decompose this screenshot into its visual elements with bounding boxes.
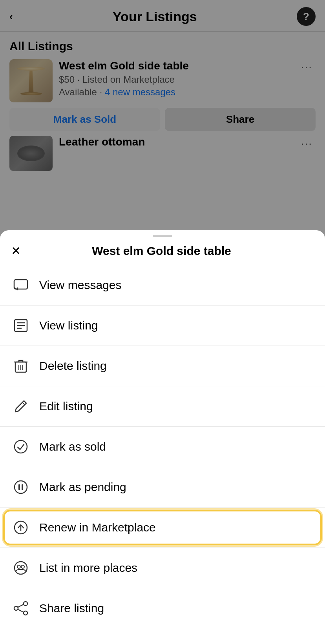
menu-label-list-more-places: List in more places <box>39 561 137 575</box>
sheet-handle <box>153 235 172 237</box>
menu-item-share-listing[interactable]: Share listing <box>0 588 325 628</box>
share-icon <box>11 599 31 618</box>
svg-point-17 <box>15 562 27 574</box>
svg-rect-0 <box>14 280 27 289</box>
menu-label-edit-listing: Edit listing <box>39 400 93 413</box>
pause-circle-icon <box>11 477 31 497</box>
svg-point-11 <box>15 440 27 453</box>
svg-point-19 <box>21 565 24 568</box>
sheet-close-button[interactable]: ✕ <box>11 244 21 258</box>
menu-label-view-messages: View messages <box>39 278 122 292</box>
menu-item-delete-listing[interactable]: Delete listing <box>0 346 325 386</box>
menu-item-renew-marketplace[interactable]: Renew in Marketplace <box>0 508 325 548</box>
upload-circle-icon <box>11 518 31 537</box>
trash-icon <box>11 356 31 376</box>
svg-line-10 <box>22 402 25 405</box>
menu-item-view-listing[interactable]: View listing <box>0 306 325 346</box>
pencil-icon <box>11 397 31 416</box>
bottom-sheet: ✕ West elm Gold side table View messages <box>0 230 325 644</box>
svg-line-24 <box>18 609 24 612</box>
svg-point-22 <box>24 611 27 615</box>
menu-label-mark-as-sold: Mark as sold <box>39 440 106 453</box>
svg-rect-13 <box>18 484 20 490</box>
list-icon <box>11 316 31 335</box>
check-circle-icon <box>11 437 31 457</box>
svg-line-23 <box>18 604 24 607</box>
sheet-header: ✕ West elm Gold side table <box>0 240 325 265</box>
menu-label-delete-listing: Delete listing <box>39 359 107 373</box>
menu-item-view-messages[interactable]: View messages <box>0 265 325 306</box>
page-wrapper: ‹ Your Listings ? All Listings <box>0 0 325 644</box>
menu-label-mark-as-pending: Mark as pending <box>39 480 126 494</box>
sheet-title: West elm Gold side table <box>27 244 296 258</box>
svg-rect-14 <box>22 484 23 490</box>
menu-label-renew-marketplace: Renew in Marketplace <box>39 521 156 534</box>
svg-point-12 <box>15 481 27 493</box>
menu-item-mark-as-sold[interactable]: Mark as sold <box>0 427 325 467</box>
svg-point-21 <box>14 606 18 610</box>
message-icon <box>11 275 31 295</box>
svg-point-20 <box>24 602 27 606</box>
menu-label-view-listing: View listing <box>39 319 98 332</box>
menu-item-list-more-places[interactable]: List in more places <box>0 548 325 588</box>
menu-label-share-listing: Share listing <box>39 602 104 615</box>
svg-point-18 <box>17 565 20 568</box>
group-circle-icon <box>11 558 31 578</box>
menu-item-mark-as-pending[interactable]: Mark as pending <box>0 467 325 508</box>
menu-item-edit-listing[interactable]: Edit listing <box>0 386 325 427</box>
